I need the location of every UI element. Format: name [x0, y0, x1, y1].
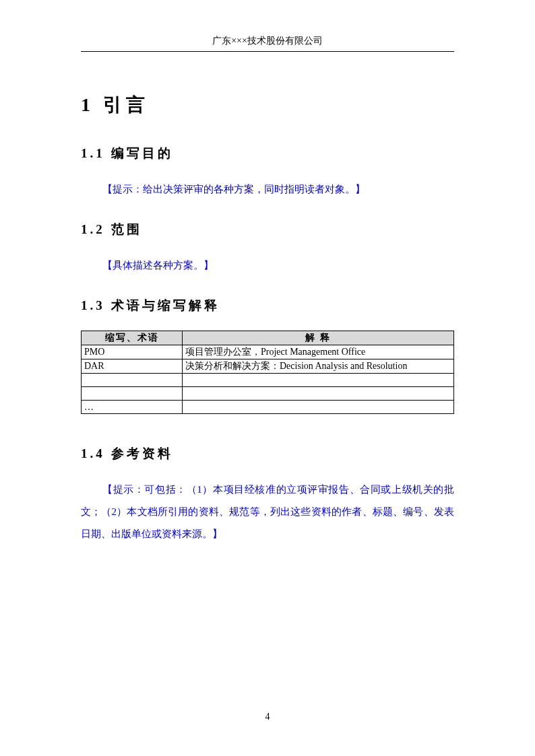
heading-introduction: 1 引言: [81, 92, 454, 118]
explanation-cell: [183, 387, 454, 401]
heading-scope: 1.2 范围: [81, 221, 454, 238]
heading-terms: 1.3 术语与缩写解释: [81, 297, 454, 314]
table-header-explanation: 解 释: [183, 331, 454, 345]
explanation-cell: [183, 374, 454, 387]
terms-table: 缩写、术语 解 释 PMO 项目管理办公室，Project Management…: [81, 331, 454, 414]
table-header-term: 缩写、术语: [82, 331, 183, 345]
page-number: 4: [0, 712, 535, 722]
heading-references: 1.4 参考资料: [81, 445, 454, 462]
hint-references: 【提示：可包括：（1）本项目经核准的立项评审报告、合同或上级机关的批文；（2）本…: [81, 479, 454, 545]
page-header: 广东×××技术股份有限公司: [81, 0, 454, 52]
hint-purpose: 【提示：给出决策评审的各种方案，同时指明读者对象。】: [102, 178, 454, 201]
table-row: PMO 项目管理办公室，Project Management Office: [82, 345, 454, 359]
term-cell: PMO: [82, 345, 183, 359]
table-row: [82, 374, 454, 387]
table-row: …: [82, 401, 454, 414]
explanation-cell: 决策分析和解决方案：Decision Analysis and Resoluti…: [183, 359, 454, 374]
heading-purpose: 1.1 编写目的: [81, 145, 454, 162]
term-cell: [82, 387, 183, 401]
explanation-cell: 项目管理办公室，Project Management Office: [183, 345, 454, 359]
explanation-cell: [183, 401, 454, 414]
term-cell: DAR: [82, 359, 183, 374]
table-header-row: 缩写、术语 解 释: [82, 331, 454, 345]
table-row: DAR 决策分析和解决方案：Decision Analysis and Reso…: [82, 359, 454, 374]
hint-scope: 【具体描述各种方案。】: [102, 254, 454, 277]
term-cell: …: [82, 401, 183, 414]
term-cell: [82, 374, 183, 387]
table-row: [82, 387, 454, 401]
